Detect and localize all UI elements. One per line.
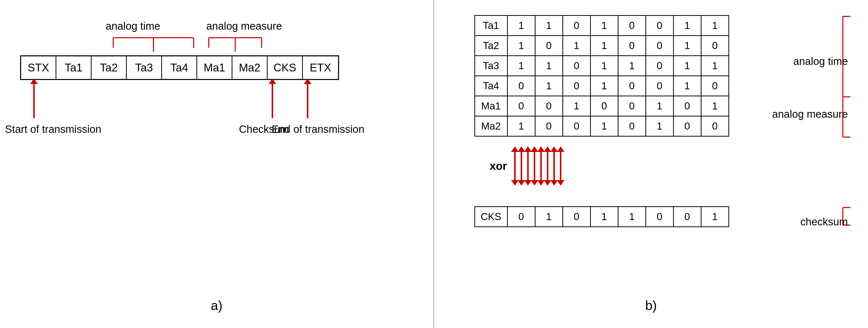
xor-arrow-line-6 xyxy=(553,151,555,181)
cell-etx: ETX xyxy=(303,56,338,79)
cks-bit-5: 0 xyxy=(646,207,673,227)
bit-cell: 0 xyxy=(646,16,673,36)
bit-cell: 0 xyxy=(646,36,673,56)
bit-cell: 1 xyxy=(590,116,618,136)
xor-arrow-line-7 xyxy=(560,151,561,181)
bit-cell: 0 xyxy=(673,96,701,116)
cks-bit-4: 1 xyxy=(618,207,646,227)
bit-cell: 1 xyxy=(507,36,535,56)
bit-cell: 1 xyxy=(590,56,618,76)
bit-cell: 1 xyxy=(563,36,590,56)
xor-arrow-line-1 xyxy=(521,151,522,181)
data-table: Ta111010011Ta210110010Ta311011011Ta40101… xyxy=(474,15,729,137)
xor-arrow-3 xyxy=(534,151,535,181)
cks-bit-1: 1 xyxy=(535,207,563,227)
bit-cell: 0 xyxy=(618,76,646,96)
xor-arrow-7 xyxy=(560,151,561,181)
bit-cell: 0 xyxy=(701,76,728,96)
bit-cell: 0 xyxy=(563,76,590,96)
xor-arrows xyxy=(512,151,563,181)
bit-cell: 0 xyxy=(563,56,590,76)
analog-measure-label: analog measure xyxy=(206,20,282,32)
bit-cell: 0 xyxy=(535,96,563,116)
arrow-stx xyxy=(33,83,35,118)
cell-ta1: Ta1 xyxy=(56,56,92,79)
bit-cell: 1 xyxy=(590,16,618,36)
label-end: End of transmission xyxy=(272,123,365,135)
xor-section: xor xyxy=(474,151,563,181)
row-label-Ma2: Ma2 xyxy=(475,116,507,136)
bit-cell: 1 xyxy=(535,56,563,76)
main-container: analog time analog measure STX Ta1 Ta2 xyxy=(0,0,868,328)
row-label-Ta2: Ta2 xyxy=(475,36,507,56)
table-row: Ta111010011 xyxy=(475,16,728,36)
bit-cell: 1 xyxy=(535,16,563,36)
xor-arrow-4 xyxy=(540,151,542,181)
table-row: Ma210010100 xyxy=(475,116,728,136)
bit-cell: 1 xyxy=(563,96,590,116)
bit-cell: 1 xyxy=(673,56,701,76)
bit-cell: 1 xyxy=(646,116,673,136)
bit-cell: 1 xyxy=(507,56,535,76)
label-b: b) xyxy=(645,298,657,313)
xor-arrow-line-5 xyxy=(547,151,548,181)
bit-cell: 1 xyxy=(673,36,701,56)
right-panel: Ta111010011Ta210110010Ta311011011Ta40101… xyxy=(434,0,868,328)
packet-row: STX Ta1 Ta2 Ta3 Ta4 Ma1 Ma2 CKS ETX xyxy=(20,55,339,80)
cks-row: CKS01011001 xyxy=(475,207,728,227)
xor-label: xor xyxy=(474,160,507,172)
bracket-measure-svg xyxy=(206,36,264,52)
bracket-time-svg xyxy=(111,36,196,52)
cks-bit-0: 0 xyxy=(507,207,535,227)
bit-cell: 1 xyxy=(590,36,618,56)
row-label-Ta4: Ta4 xyxy=(475,76,507,96)
cell-ma1: Ma1 xyxy=(197,56,232,79)
bit-cell: 0 xyxy=(618,16,646,36)
right-analog-measure-label: analog measure xyxy=(772,108,848,120)
arrow-etx-line xyxy=(307,83,308,118)
cell-ta3: Ta3 xyxy=(127,56,162,79)
bit-cell: 0 xyxy=(563,116,590,136)
bit-cell: 1 xyxy=(701,96,728,116)
cks-bit-3: 1 xyxy=(590,207,618,227)
cell-ta2: Ta2 xyxy=(92,56,127,79)
xor-arrow-6 xyxy=(553,151,555,181)
bit-cell: 0 xyxy=(507,96,535,116)
bit-cell: 0 xyxy=(535,116,563,136)
bit-cell: 0 xyxy=(563,16,590,36)
label-a: a) xyxy=(211,298,222,313)
bit-cell: 1 xyxy=(673,16,701,36)
xor-arrow-0 xyxy=(514,151,516,181)
row-label-Ta3: Ta3 xyxy=(475,56,507,76)
table-row: Ta311011011 xyxy=(475,56,728,76)
bit-cell: 1 xyxy=(618,56,646,76)
cell-ma2: Ma2 xyxy=(232,56,268,79)
bit-cell: 0 xyxy=(701,116,728,136)
cell-cks: CKS xyxy=(268,56,303,79)
bit-cell: 0 xyxy=(618,96,646,116)
cell-stx: STX xyxy=(21,56,56,79)
right-checksum-label: checksum xyxy=(800,216,848,228)
xor-arrow-5 xyxy=(547,151,548,181)
cell-ta4: Ta4 xyxy=(162,56,197,79)
label-start: Start of transmission xyxy=(5,123,101,135)
bit-cell: 1 xyxy=(646,96,673,116)
table-row: Ta401010010 xyxy=(475,76,728,96)
bit-cell: 0 xyxy=(673,116,701,136)
bit-cell: 0 xyxy=(535,36,563,56)
row-label-Ma1: Ma1 xyxy=(475,96,507,116)
table-row: Ma100100101 xyxy=(475,96,728,116)
arrow-cks xyxy=(272,83,273,118)
cks-label: CKS xyxy=(475,207,507,227)
bit-cell: 1 xyxy=(590,76,618,96)
arrow-stx-line xyxy=(33,83,35,118)
bit-cell: 1 xyxy=(507,116,535,136)
arrow-etx xyxy=(307,83,308,118)
bit-cell: 1 xyxy=(701,56,728,76)
bit-cell: 1 xyxy=(507,16,535,36)
bit-cell: 1 xyxy=(673,76,701,96)
left-panel: analog time analog measure STX Ta1 Ta2 xyxy=(0,0,434,328)
bit-cell: 0 xyxy=(701,36,728,56)
arrow-cks-line xyxy=(272,83,273,118)
cks-bit-7: 1 xyxy=(701,207,728,227)
